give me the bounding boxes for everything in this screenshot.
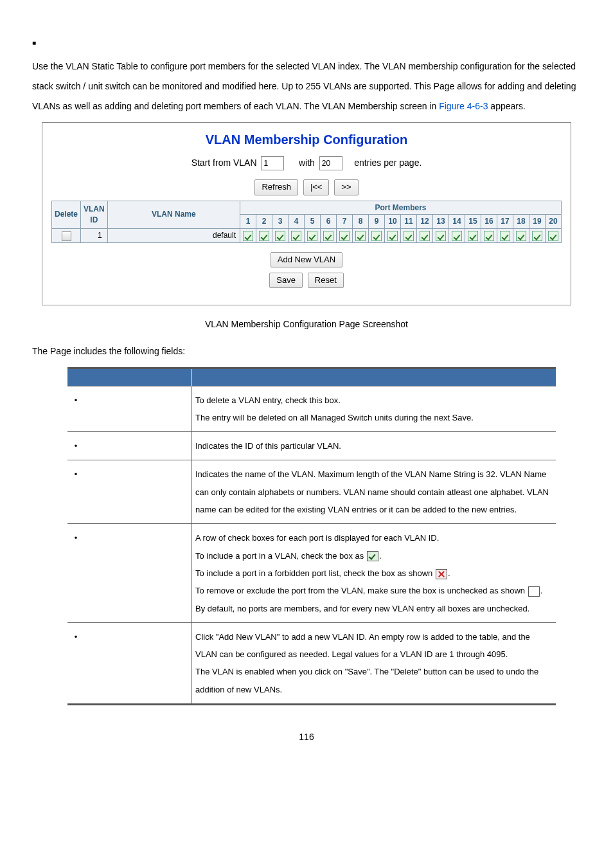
refresh-button[interactable]: Refresh — [254, 179, 298, 195]
field-row-add-new: Click "Add New VLAN" to add a new VLAN I… — [67, 622, 556, 704]
intro-paragraph: Use the VLAN Static Table to configure p… — [32, 57, 581, 116]
port-member-checkbox[interactable] — [481, 229, 497, 243]
field-name — [67, 386, 191, 432]
checked-icon — [355, 231, 366, 241]
next-page-button[interactable]: >> — [334, 179, 358, 195]
port-member-checkbox[interactable] — [497, 229, 513, 243]
text: The VLAN is enabled when you click on "S… — [195, 667, 538, 694]
add-new-vlan-button[interactable]: Add New VLAN — [271, 252, 342, 267]
port-number: 3 — [272, 215, 289, 229]
port-member-checkbox[interactable] — [369, 229, 385, 243]
checked-icon — [532, 231, 542, 241]
port-member-checkbox[interactable] — [272, 229, 289, 243]
figure-reference-link[interactable]: Figure 4-6-3 — [439, 101, 488, 111]
port-member-checkbox[interactable] — [321, 229, 337, 243]
port-number: 5 — [305, 215, 321, 229]
save-button[interactable]: Save — [269, 273, 303, 288]
port-number: 16 — [481, 215, 497, 229]
section-marker: ■ — [32, 39, 581, 48]
port-member-checkbox[interactable] — [529, 229, 546, 243]
membership-table: Delete VLAN ID VLAN Name Port Members 1 … — [51, 201, 562, 243]
text: A row of check boxes for each port is di… — [195, 533, 439, 543]
port-member-checkbox[interactable] — [337, 229, 353, 243]
port-number: 17 — [497, 215, 513, 229]
save-reset-row: Save Reset — [51, 273, 562, 288]
fields-header-object — [67, 368, 191, 386]
reset-button[interactable]: Reset — [308, 273, 344, 288]
field-description: To delete a VLAN entry, check this box. … — [191, 386, 556, 432]
checked-icon — [259, 231, 269, 241]
port-number: 11 — [401, 215, 417, 229]
checked-icon — [339, 231, 350, 241]
entries-label: entries per page. — [354, 158, 422, 168]
checked-icon — [291, 231, 301, 241]
text: To delete a VLAN entry, check this box. — [195, 395, 341, 405]
checked-icon — [307, 231, 317, 241]
col-vlan-name: VLAN Name — [107, 201, 240, 229]
port-member-checkbox[interactable] — [417, 229, 433, 243]
checked-icon — [548, 231, 558, 241]
port-number: 10 — [385, 215, 401, 229]
fields-intro: The Page includes the following fields: — [32, 345, 581, 358]
checked-icon — [420, 231, 430, 241]
port-member-checkbox[interactable] — [305, 229, 321, 243]
field-description: A row of check boxes for each port is di… — [191, 524, 556, 622]
port-number: 6 — [321, 215, 337, 229]
checked-icon — [371, 231, 382, 241]
delete-checkbox-cell[interactable] — [52, 229, 81, 243]
port-number: 7 — [337, 215, 353, 229]
port-number: 15 — [465, 215, 481, 229]
checked-icon — [404, 231, 414, 241]
port-number: 13 — [433, 215, 449, 229]
with-label: with — [299, 158, 315, 168]
checked-box-icon — [367, 551, 378, 561]
port-number: 14 — [449, 215, 465, 229]
port-member-checkbox[interactable] — [385, 229, 401, 243]
add-vlan-row: Add New VLAN — [51, 252, 562, 267]
text: . — [448, 568, 450, 578]
fields-header-description — [191, 368, 556, 386]
port-member-checkbox[interactable] — [433, 229, 449, 243]
text: To include a port in a VLAN, check the b… — [195, 551, 366, 561]
entries-per-page-input[interactable] — [319, 156, 342, 170]
field-row-delete: To delete a VLAN entry, check this box. … — [67, 386, 556, 432]
vlan-name-cell[interactable]: default — [107, 229, 240, 243]
port-number: 18 — [513, 215, 529, 229]
port-member-checkbox[interactable] — [256, 229, 272, 243]
port-member-checkbox[interactable] — [353, 229, 369, 243]
port-member-checkbox[interactable] — [401, 229, 417, 243]
field-name — [67, 524, 191, 622]
text: The entry will be deleted on all Managed… — [195, 413, 474, 422]
port-member-checkbox[interactable] — [465, 229, 481, 243]
port-number: 9 — [369, 215, 385, 229]
col-port-members: Port Members — [240, 201, 562, 215]
vlan-membership-screenshot: VLAN Membership Configuration Start from… — [42, 122, 571, 305]
port-number: 1 — [240, 215, 256, 229]
fields-header-row — [67, 368, 556, 386]
first-page-button[interactable]: |<< — [303, 179, 330, 195]
field-row-vlan-id: Indicates the ID of this particular VLAN… — [67, 432, 556, 460]
text: To include a port in a forbidden port li… — [195, 568, 435, 578]
checked-icon — [500, 231, 510, 241]
start-vlan-input[interactable] — [261, 156, 284, 170]
checked-icon — [387, 231, 398, 241]
port-member-checkbox[interactable] — [240, 229, 256, 243]
port-member-checkbox[interactable] — [513, 229, 529, 243]
port-member-checkbox[interactable] — [546, 229, 562, 243]
port-member-checkbox[interactable] — [449, 229, 465, 243]
empty-box-icon — [528, 586, 540, 597]
unchecked-icon — [62, 231, 71, 241]
checked-icon — [452, 231, 462, 241]
forbidden-box-icon — [436, 569, 447, 579]
field-name — [67, 622, 191, 704]
start-label: Start from VLAN — [191, 158, 257, 168]
page-number: 116 — [32, 731, 581, 744]
field-description: Indicates the name of the VLAN. Maximum … — [191, 460, 556, 524]
col-vlan-id: VLAN ID — [81, 201, 108, 229]
screenshot-caption: VLAN Membership Configuration Page Scree… — [32, 318, 581, 331]
col-delete: Delete — [52, 201, 81, 229]
table-row: 1 default — [52, 229, 562, 243]
port-member-checkbox[interactable] — [289, 229, 305, 243]
intro-text-post: appears. — [488, 101, 525, 111]
checked-icon — [436, 231, 446, 241]
